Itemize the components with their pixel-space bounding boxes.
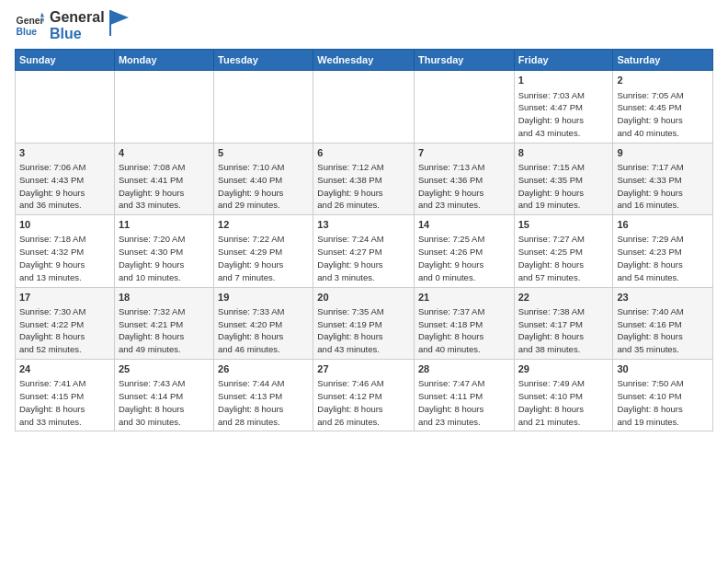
calendar-table: SundayMondayTuesdayWednesdayThursdayFrid…	[15, 49, 713, 431]
weekday-header-thursday: Thursday	[414, 50, 514, 71]
calendar-week-row: 24Sunrise: 7:41 AM Sunset: 4:15 PM Dayli…	[16, 360, 713, 431]
calendar-cell: 3Sunrise: 7:06 AM Sunset: 4:43 PM Daylig…	[16, 143, 115, 214]
day-info: Sunrise: 7:06 AM Sunset: 4:43 PM Dayligh…	[19, 161, 110, 212]
weekday-header-friday: Friday	[514, 50, 613, 71]
day-number: 9	[617, 146, 709, 160]
calendar-body: 1Sunrise: 7:03 AM Sunset: 4:47 PM Daylig…	[16, 71, 713, 431]
day-number: 8	[518, 146, 609, 160]
svg-marker-4	[110, 10, 129, 25]
calendar-cell: 21Sunrise: 7:37 AM Sunset: 4:18 PM Dayli…	[414, 287, 514, 359]
day-number: 17	[19, 291, 110, 304]
day-info: Sunrise: 7:13 AM Sunset: 4:36 PM Dayligh…	[418, 161, 510, 212]
day-number: 26	[218, 362, 309, 376]
day-info: Sunrise: 7:37 AM Sunset: 4:18 PM Dayligh…	[418, 305, 510, 356]
day-info: Sunrise: 7:25 AM Sunset: 4:26 PM Dayligh…	[418, 233, 510, 283]
day-number: 18	[119, 291, 210, 304]
day-info: Sunrise: 7:15 AM Sunset: 4:35 PM Dayligh…	[518, 161, 609, 212]
logo-general-text: General	[50, 9, 105, 26]
day-info: Sunrise: 7:24 AM Sunset: 4:27 PM Dayligh…	[317, 233, 410, 283]
svg-text:Blue: Blue	[17, 26, 38, 36]
day-number: 2	[617, 74, 709, 87]
day-number: 23	[617, 291, 709, 304]
calendar-cell: 16Sunrise: 7:29 AM Sunset: 4:23 PM Dayli…	[613, 215, 713, 287]
calendar-cell: 19Sunrise: 7:33 AM Sunset: 4:20 PM Dayli…	[214, 287, 313, 359]
day-info: Sunrise: 7:43 AM Sunset: 4:14 PM Dayligh…	[119, 377, 210, 428]
day-number: 19	[218, 291, 309, 304]
day-info: Sunrise: 7:35 AM Sunset: 4:19 PM Dayligh…	[317, 305, 410, 356]
calendar-cell: 2Sunrise: 7:05 AM Sunset: 4:45 PM Daylig…	[613, 71, 713, 143]
calendar-cell	[414, 71, 514, 143]
calendar-cell: 30Sunrise: 7:50 AM Sunset: 4:10 PM Dayli…	[613, 360, 713, 431]
day-info: Sunrise: 7:18 AM Sunset: 4:32 PM Dayligh…	[19, 233, 110, 283]
day-info: Sunrise: 7:32 AM Sunset: 4:21 PM Dayligh…	[119, 305, 210, 356]
day-info: Sunrise: 7:03 AM Sunset: 4:47 PM Dayligh…	[518, 89, 609, 140]
calendar-cell: 17Sunrise: 7:30 AM Sunset: 4:22 PM Dayli…	[16, 287, 115, 359]
weekday-header-monday: Monday	[114, 50, 213, 71]
day-info: Sunrise: 7:29 AM Sunset: 4:23 PM Dayligh…	[617, 233, 709, 283]
calendar-cell: 18Sunrise: 7:32 AM Sunset: 4:21 PM Dayli…	[114, 287, 213, 359]
calendar-cell	[313, 71, 415, 143]
calendar-week-row: 10Sunrise: 7:18 AM Sunset: 4:32 PM Dayli…	[16, 215, 713, 287]
svg-text:General: General	[17, 16, 44, 26]
day-info: Sunrise: 7:08 AM Sunset: 4:41 PM Dayligh…	[119, 161, 210, 212]
day-number: 10	[19, 218, 110, 232]
day-number: 13	[317, 218, 410, 232]
calendar-cell: 26Sunrise: 7:44 AM Sunset: 4:13 PM Dayli…	[214, 360, 313, 431]
day-info: Sunrise: 7:22 AM Sunset: 4:29 PM Dayligh…	[218, 233, 309, 283]
day-number: 27	[317, 362, 410, 376]
calendar-week-row: 3Sunrise: 7:06 AM Sunset: 4:43 PM Daylig…	[16, 143, 713, 214]
day-number: 11	[119, 218, 210, 232]
logo: General Blue General Blue	[15, 9, 129, 41]
day-number: 15	[518, 218, 609, 232]
day-number: 3	[19, 146, 110, 160]
weekday-header-row: SundayMondayTuesdayWednesdayThursdayFrid…	[16, 50, 713, 71]
calendar-cell: 20Sunrise: 7:35 AM Sunset: 4:19 PM Dayli…	[313, 287, 415, 359]
calendar-cell: 7Sunrise: 7:13 AM Sunset: 4:36 PM Daylig…	[414, 143, 514, 214]
day-number: 7	[418, 146, 510, 160]
calendar-cell: 28Sunrise: 7:47 AM Sunset: 4:11 PM Dayli…	[414, 360, 514, 431]
calendar-cell: 13Sunrise: 7:24 AM Sunset: 4:27 PM Dayli…	[313, 215, 415, 287]
calendar-cell: 1Sunrise: 7:03 AM Sunset: 4:47 PM Daylig…	[514, 71, 613, 143]
calendar-cell: 22Sunrise: 7:38 AM Sunset: 4:17 PM Dayli…	[514, 287, 613, 359]
calendar-week-row: 1Sunrise: 7:03 AM Sunset: 4:47 PM Daylig…	[16, 71, 713, 143]
calendar-cell: 10Sunrise: 7:18 AM Sunset: 4:32 PM Dayli…	[16, 215, 115, 287]
day-number: 12	[218, 218, 309, 232]
calendar-cell: 5Sunrise: 7:10 AM Sunset: 4:40 PM Daylig…	[214, 143, 313, 214]
calendar-cell: 14Sunrise: 7:25 AM Sunset: 4:26 PM Dayli…	[414, 215, 514, 287]
day-info: Sunrise: 7:46 AM Sunset: 4:12 PM Dayligh…	[317, 377, 410, 428]
calendar-cell: 24Sunrise: 7:41 AM Sunset: 4:15 PM Dayli…	[16, 360, 115, 431]
logo-blue-text: Blue	[50, 26, 105, 42]
calendar-cell: 27Sunrise: 7:46 AM Sunset: 4:12 PM Dayli…	[313, 360, 415, 431]
day-info: Sunrise: 7:20 AM Sunset: 4:30 PM Dayligh…	[119, 233, 210, 283]
day-number: 1	[518, 74, 609, 87]
weekday-header-wednesday: Wednesday	[313, 50, 415, 71]
calendar-cell: 12Sunrise: 7:22 AM Sunset: 4:29 PM Dayli…	[214, 215, 313, 287]
header: General Blue General Blue	[15, 9, 713, 41]
day-info: Sunrise: 7:30 AM Sunset: 4:22 PM Dayligh…	[19, 305, 110, 356]
day-number: 24	[19, 362, 110, 376]
weekday-header-tuesday: Tuesday	[214, 50, 313, 71]
calendar-cell: 11Sunrise: 7:20 AM Sunset: 4:30 PM Dayli…	[114, 215, 213, 287]
day-number: 21	[418, 291, 510, 304]
day-number: 6	[317, 146, 410, 160]
calendar-week-row: 17Sunrise: 7:30 AM Sunset: 4:22 PM Dayli…	[16, 287, 713, 359]
day-info: Sunrise: 7:38 AM Sunset: 4:17 PM Dayligh…	[518, 305, 609, 356]
day-number: 16	[617, 218, 709, 232]
calendar-cell: 6Sunrise: 7:12 AM Sunset: 4:38 PM Daylig…	[313, 143, 415, 214]
day-number: 4	[119, 146, 210, 160]
generalblue-logo-icon: General Blue	[15, 11, 44, 40]
day-info: Sunrise: 7:44 AM Sunset: 4:13 PM Dayligh…	[218, 377, 309, 428]
day-number: 5	[218, 146, 309, 160]
day-number: 25	[119, 362, 210, 376]
day-info: Sunrise: 7:05 AM Sunset: 4:45 PM Dayligh…	[617, 89, 709, 140]
day-info: Sunrise: 7:10 AM Sunset: 4:40 PM Dayligh…	[218, 161, 309, 212]
day-number: 30	[617, 362, 709, 376]
calendar-cell: 9Sunrise: 7:17 AM Sunset: 4:33 PM Daylig…	[613, 143, 713, 214]
calendar-cell	[214, 71, 313, 143]
weekday-header-saturday: Saturday	[613, 50, 713, 71]
day-info: Sunrise: 7:27 AM Sunset: 4:25 PM Dayligh…	[518, 233, 609, 283]
calendar-cell	[114, 71, 213, 143]
day-info: Sunrise: 7:33 AM Sunset: 4:20 PM Dayligh…	[218, 305, 309, 356]
calendar-cell: 15Sunrise: 7:27 AM Sunset: 4:25 PM Dayli…	[514, 215, 613, 287]
day-info: Sunrise: 7:41 AM Sunset: 4:15 PM Dayligh…	[19, 377, 110, 428]
